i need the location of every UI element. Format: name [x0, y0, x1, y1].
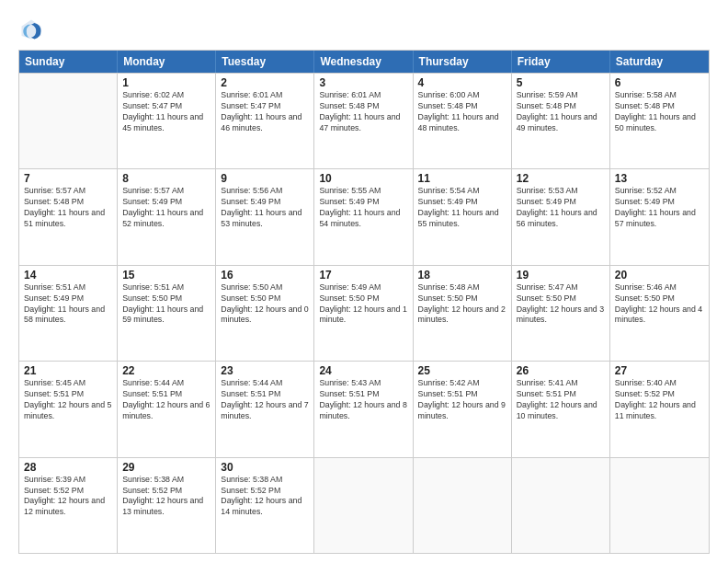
day-cell-24: 24Sunrise: 5:43 AM Sunset: 5:51 PM Dayli…	[314, 362, 413, 456]
day-number: 8	[122, 172, 210, 185]
day-number: 19	[517, 269, 605, 282]
day-number: 20	[615, 269, 704, 282]
empty-cell	[19, 74, 118, 168]
day-number: 25	[418, 364, 506, 377]
day-cell-6: 6Sunrise: 5:58 AM Sunset: 5:48 PM Daylig…	[610, 74, 709, 168]
day-number: 26	[517, 364, 605, 377]
cell-info: Sunrise: 5:52 AM Sunset: 5:49 PM Dayligh…	[615, 186, 704, 230]
cell-info: Sunrise: 5:58 AM Sunset: 5:48 PM Dayligh…	[615, 90, 704, 134]
calendar-week-3: 14Sunrise: 5:51 AM Sunset: 5:49 PM Dayli…	[19, 265, 709, 361]
day-number: 9	[221, 172, 309, 185]
calendar-week-4: 21Sunrise: 5:45 AM Sunset: 5:51 PM Dayli…	[19, 361, 709, 456]
empty-cell	[610, 458, 709, 553]
day-cell-5: 5Sunrise: 5:59 AM Sunset: 5:48 PM Daylig…	[512, 74, 610, 168]
day-cell-16: 16Sunrise: 5:50 AM Sunset: 5:50 PM Dayli…	[216, 266, 314, 361]
empty-cell	[414, 458, 512, 553]
cell-info: Sunrise: 5:51 AM Sunset: 5:49 PM Dayligh…	[24, 282, 112, 327]
day-number: 12	[517, 172, 605, 185]
cell-info: Sunrise: 5:59 AM Sunset: 5:48 PM Dayligh…	[517, 90, 605, 134]
cell-info: Sunrise: 5:38 AM Sunset: 5:52 PM Dayligh…	[122, 475, 210, 519]
day-number: 7	[24, 172, 112, 185]
cell-info: Sunrise: 5:43 AM Sunset: 5:51 PM Dayligh…	[319, 378, 407, 422]
day-cell-1: 1Sunrise: 6:02 AM Sunset: 5:47 PM Daylig…	[118, 74, 216, 168]
cell-info: Sunrise: 5:44 AM Sunset: 5:51 PM Dayligh…	[122, 378, 210, 422]
page: SundayMondayTuesdayWednesdayThursdayFrid…	[0, 0, 728, 563]
day-cell-27: 27Sunrise: 5:40 AM Sunset: 5:52 PM Dayli…	[610, 362, 709, 456]
cell-info: Sunrise: 5:55 AM Sunset: 5:49 PM Dayligh…	[319, 186, 407, 230]
day-number: 21	[24, 364, 112, 377]
cell-info: Sunrise: 6:01 AM Sunset: 5:47 PM Dayligh…	[221, 90, 309, 134]
day-number: 24	[319, 364, 407, 377]
day-number: 16	[221, 269, 309, 282]
day-cell-20: 20Sunrise: 5:46 AM Sunset: 5:50 PM Dayli…	[610, 266, 709, 361]
day-cell-12: 12Sunrise: 5:53 AM Sunset: 5:49 PM Dayli…	[512, 169, 610, 264]
cell-info: Sunrise: 5:57 AM Sunset: 5:48 PM Dayligh…	[24, 186, 112, 230]
cell-info: Sunrise: 5:46 AM Sunset: 5:50 PM Dayligh…	[615, 282, 704, 327]
calendar: SundayMondayTuesdayWednesdayThursdayFrid…	[18, 50, 710, 554]
header	[18, 17, 710, 42]
cell-info: Sunrise: 5:38 AM Sunset: 5:52 PM Dayligh…	[221, 475, 309, 519]
calendar-week-1: 1Sunrise: 6:02 AM Sunset: 5:47 PM Daylig…	[19, 73, 709, 168]
day-header-friday: Friday	[512, 51, 610, 73]
cell-info: Sunrise: 5:42 AM Sunset: 5:51 PM Dayligh…	[418, 378, 506, 422]
day-cell-14: 14Sunrise: 5:51 AM Sunset: 5:49 PM Dayli…	[19, 266, 118, 361]
cell-info: Sunrise: 5:45 AM Sunset: 5:51 PM Dayligh…	[24, 378, 112, 422]
day-number: 22	[122, 364, 210, 377]
day-cell-3: 3Sunrise: 6:01 AM Sunset: 5:48 PM Daylig…	[314, 74, 413, 168]
day-number: 2	[221, 76, 309, 89]
day-cell-13: 13Sunrise: 5:52 AM Sunset: 5:49 PM Dayli…	[610, 169, 709, 264]
day-cell-19: 19Sunrise: 5:47 AM Sunset: 5:50 PM Dayli…	[512, 266, 610, 361]
cell-info: Sunrise: 5:44 AM Sunset: 5:51 PM Dayligh…	[221, 378, 309, 422]
day-header-wednesday: Wednesday	[314, 51, 413, 73]
day-number: 13	[615, 172, 704, 185]
day-cell-2: 2Sunrise: 6:01 AM Sunset: 5:47 PM Daylig…	[216, 74, 314, 168]
logo	[18, 17, 48, 42]
day-number: 17	[319, 269, 407, 282]
cell-info: Sunrise: 5:49 AM Sunset: 5:50 PM Dayligh…	[319, 282, 407, 327]
day-header-saturday: Saturday	[610, 51, 709, 73]
cell-info: Sunrise: 5:50 AM Sunset: 5:50 PM Dayligh…	[221, 282, 309, 327]
cell-info: Sunrise: 5:57 AM Sunset: 5:49 PM Dayligh…	[122, 186, 210, 230]
day-cell-8: 8Sunrise: 5:57 AM Sunset: 5:49 PM Daylig…	[118, 169, 216, 264]
day-number: 30	[221, 461, 309, 474]
day-number: 1	[122, 76, 210, 89]
cell-info: Sunrise: 5:39 AM Sunset: 5:52 PM Dayligh…	[24, 475, 112, 519]
calendar-week-2: 7Sunrise: 5:57 AM Sunset: 5:48 PM Daylig…	[19, 168, 709, 264]
day-cell-15: 15Sunrise: 5:51 AM Sunset: 5:50 PM Dayli…	[118, 266, 216, 361]
day-cell-17: 17Sunrise: 5:49 AM Sunset: 5:50 PM Dayli…	[314, 266, 413, 361]
cell-info: Sunrise: 5:53 AM Sunset: 5:49 PM Dayligh…	[517, 186, 605, 230]
day-cell-4: 4Sunrise: 6:00 AM Sunset: 5:48 PM Daylig…	[414, 74, 512, 168]
day-number: 18	[418, 269, 506, 282]
day-cell-23: 23Sunrise: 5:44 AM Sunset: 5:51 PM Dayli…	[216, 362, 314, 456]
cell-info: Sunrise: 5:56 AM Sunset: 5:49 PM Dayligh…	[221, 186, 309, 230]
day-cell-29: 29Sunrise: 5:38 AM Sunset: 5:52 PM Dayli…	[118, 458, 216, 553]
day-cell-18: 18Sunrise: 5:48 AM Sunset: 5:50 PM Dayli…	[414, 266, 512, 361]
day-number: 11	[418, 172, 506, 185]
day-header-monday: Monday	[118, 51, 216, 73]
cell-info: Sunrise: 6:01 AM Sunset: 5:48 PM Dayligh…	[319, 90, 407, 134]
day-number: 6	[615, 76, 704, 89]
cell-info: Sunrise: 5:40 AM Sunset: 5:52 PM Dayligh…	[615, 378, 704, 422]
cell-info: Sunrise: 5:54 AM Sunset: 5:49 PM Dayligh…	[418, 186, 506, 230]
day-cell-30: 30Sunrise: 5:38 AM Sunset: 5:52 PM Dayli…	[216, 458, 314, 553]
day-number: 3	[319, 76, 407, 89]
day-cell-9: 9Sunrise: 5:56 AM Sunset: 5:49 PM Daylig…	[216, 169, 314, 264]
day-cell-7: 7Sunrise: 5:57 AM Sunset: 5:48 PM Daylig…	[19, 169, 118, 264]
cell-info: Sunrise: 5:48 AM Sunset: 5:50 PM Dayligh…	[418, 282, 506, 327]
logo-icon	[18, 17, 44, 42]
empty-cell	[512, 458, 610, 553]
calendar-header: SundayMondayTuesdayWednesdayThursdayFrid…	[19, 51, 709, 73]
day-cell-21: 21Sunrise: 5:45 AM Sunset: 5:51 PM Dayli…	[19, 362, 118, 456]
day-number: 28	[24, 461, 112, 474]
day-cell-10: 10Sunrise: 5:55 AM Sunset: 5:49 PM Dayli…	[314, 169, 413, 264]
day-cell-11: 11Sunrise: 5:54 AM Sunset: 5:49 PM Dayli…	[414, 169, 512, 264]
calendar-week-5: 28Sunrise: 5:39 AM Sunset: 5:52 PM Dayli…	[19, 457, 709, 553]
day-number: 10	[319, 172, 407, 185]
day-cell-26: 26Sunrise: 5:41 AM Sunset: 5:51 PM Dayli…	[512, 362, 610, 456]
day-header-tuesday: Tuesday	[216, 51, 314, 73]
cell-info: Sunrise: 5:47 AM Sunset: 5:50 PM Dayligh…	[517, 282, 605, 327]
day-number: 14	[24, 269, 112, 282]
cell-info: Sunrise: 5:41 AM Sunset: 5:51 PM Dayligh…	[517, 378, 605, 422]
day-header-sunday: Sunday	[19, 51, 118, 73]
day-number: 15	[122, 269, 210, 282]
